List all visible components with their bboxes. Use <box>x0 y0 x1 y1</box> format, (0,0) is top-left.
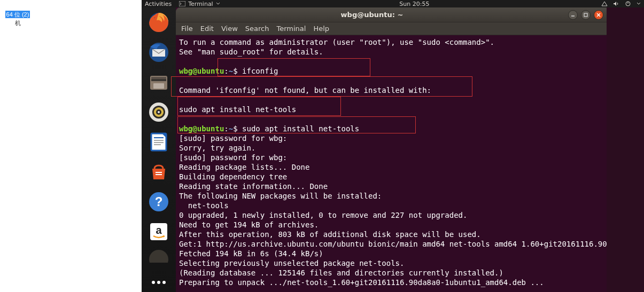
terminal-line: [sudo] password for wbg: <box>179 153 603 162</box>
prompt-dollar: $ <box>233 124 237 133</box>
terminal-line: See "man sudo_root" for details. <box>179 47 603 57</box>
prompt-line: wbg@ubuntu:~$ sudo apt install net-tools <box>179 124 603 133</box>
shortcut-icon <box>3 2 29 9</box>
activities-button[interactable]: Activities <box>145 1 172 7</box>
terminal-line: 0 upgraded, 1 newly installed, 0 to remo… <box>179 210 603 220</box>
terminal-menubar[interactable]: File Edit View Search Terminal Help <box>176 22 607 35</box>
ubuntu-dock[interactable]: ? a <box>142 7 176 292</box>
svg-rect-8 <box>153 83 164 89</box>
launcher-firefox[interactable] <box>146 10 172 35</box>
dot-icon <box>162 281 166 284</box>
files-icon <box>148 72 169 93</box>
terminal-line: Sorry, try again. <box>179 143 603 153</box>
svg-rect-28 <box>584 13 587 17</box>
window-close-button[interactable] <box>594 10 603 20</box>
prompt-path: ~ <box>229 124 233 133</box>
terminal-app-icon <box>179 1 185 6</box>
terminal-line: Get:1 http://us.archive.ubuntu.com/ubunt… <box>179 239 603 249</box>
menu-help[interactable]: Help <box>313 25 329 33</box>
terminal-line: Reading state information... Done <box>179 181 603 191</box>
system-tray[interactable] <box>601 1 641 6</box>
launcher-terminal[interactable] <box>146 249 172 263</box>
window-title: wbg@ubuntu: ~ <box>176 11 568 19</box>
terminal-line: (Reading database ... 125146 files and d… <box>179 268 603 278</box>
host-desktop-pane: 64 位 (2) 机 <box>0 0 43 267</box>
prompt-at: @ <box>192 124 197 133</box>
menu-terminal[interactable]: Terminal <box>276 25 306 33</box>
ubuntu-software-icon <box>148 161 169 183</box>
libreoffice-writer-icon <box>148 131 169 153</box>
gnome-top-bar[interactable]: Activities Terminal Sun 20:55 <box>142 0 644 7</box>
close-icon <box>596 12 601 18</box>
command-text: sudo apt install net-tools <box>238 124 360 133</box>
window-minimize-button[interactable] <box>568 10 578 20</box>
terminal-line: [sudo] password for wbg: <box>179 133 603 143</box>
launcher-libreoffice-writer[interactable] <box>146 129 172 155</box>
volume-icon <box>613 1 619 6</box>
window-maximize-button[interactable] <box>581 10 591 20</box>
svg-rect-14 <box>151 133 166 151</box>
terminal-line: Command 'ifconfig' not found, but can be… <box>179 85 603 95</box>
terminal-line <box>179 57 603 66</box>
launcher-amazon[interactable]: a <box>146 219 172 244</box>
svg-rect-20 <box>156 172 162 173</box>
terminal-line: The following NEW packages will be insta… <box>179 191 603 201</box>
terminal-output[interactable]: To run a command as administrator (user … <box>176 35 607 292</box>
menu-edit[interactable]: Edit <box>200 25 214 33</box>
terminal-line: After this operation, 803 kB of addition… <box>179 230 603 239</box>
ubuntu-desktop: Activities Terminal Sun 20:55 <box>142 0 644 292</box>
prompt-at: @ <box>192 67 197 75</box>
terminal-line: Selecting previously unselected package … <box>179 258 603 268</box>
terminal-window[interactable]: wbg@ubuntu: ~ File Edit View Search Term… <box>176 7 607 292</box>
terminal-line: Fetched 194 kB in 6s (34.4 kB/s) <box>179 249 603 258</box>
focused-app-name: Terminal <box>188 1 213 7</box>
terminal-line <box>179 114 603 124</box>
power-icon <box>625 1 631 6</box>
shortcut-label: 64 位 (2) <box>5 11 30 18</box>
dot-icon <box>157 281 160 284</box>
prompt-host: ubuntu <box>197 67 224 75</box>
svg-rect-7 <box>151 77 166 79</box>
shortcut-label-line2: 机 <box>3 19 32 27</box>
dot-icon <box>152 281 155 284</box>
svg-text:a: a <box>156 224 162 236</box>
terminal-line: To run a command as administrator (user … <box>179 37 603 47</box>
launcher-files[interactable] <box>146 69 172 95</box>
prompt-user: wbg <box>179 67 192 75</box>
menu-view[interactable]: View <box>221 25 238 33</box>
clock[interactable]: Sun 20:55 <box>399 1 429 7</box>
prompt-path: ~ <box>229 67 233 75</box>
focused-app-indicator[interactable]: Terminal <box>179 1 220 7</box>
show-applications-button[interactable] <box>146 276 172 289</box>
terminal-launcher-icon <box>148 249 169 263</box>
terminal-line: Reading package lists... Done <box>179 162 603 172</box>
chevron-down-icon <box>637 2 641 6</box>
terminal-line <box>179 95 603 105</box>
thunderbird-icon <box>148 42 169 63</box>
desktop-shortcut[interactable]: 64 位 (2) 机 <box>3 2 32 27</box>
command-text: ifconfig <box>238 67 278 75</box>
prompt-colon: : <box>224 124 228 133</box>
menu-search[interactable]: Search <box>245 25 269 33</box>
launcher-thunderbird[interactable] <box>146 40 172 65</box>
amazon-icon: a <box>148 221 169 242</box>
svg-rect-6 <box>151 79 166 81</box>
launcher-rhythmbox[interactable] <box>146 99 172 125</box>
launcher-ubuntu-software[interactable] <box>146 159 172 185</box>
window-titlebar[interactable]: wbg@ubuntu: ~ <box>176 7 607 22</box>
chevron-down-icon <box>216 2 220 6</box>
prompt-colon: : <box>224 67 228 75</box>
terminal-line: Preparing to unpack .../net-tools_1.60+g… <box>179 278 603 287</box>
rhythmbox-icon <box>148 101 169 123</box>
terminal-line: sudo apt install net-tools <box>179 105 603 114</box>
svg-rect-0 <box>179 1 185 6</box>
svg-text:?: ? <box>155 194 163 209</box>
minimize-icon <box>570 12 576 18</box>
launcher-help[interactable]: ? <box>146 189 172 215</box>
prompt-user: wbg <box>179 124 192 133</box>
firefox-icon <box>148 12 169 33</box>
help-icon: ? <box>148 191 169 212</box>
terminal-line: Need to get 194 kB of archives. <box>179 220 603 230</box>
svg-rect-21 <box>156 174 162 175</box>
menu-file[interactable]: File <box>181 25 193 33</box>
